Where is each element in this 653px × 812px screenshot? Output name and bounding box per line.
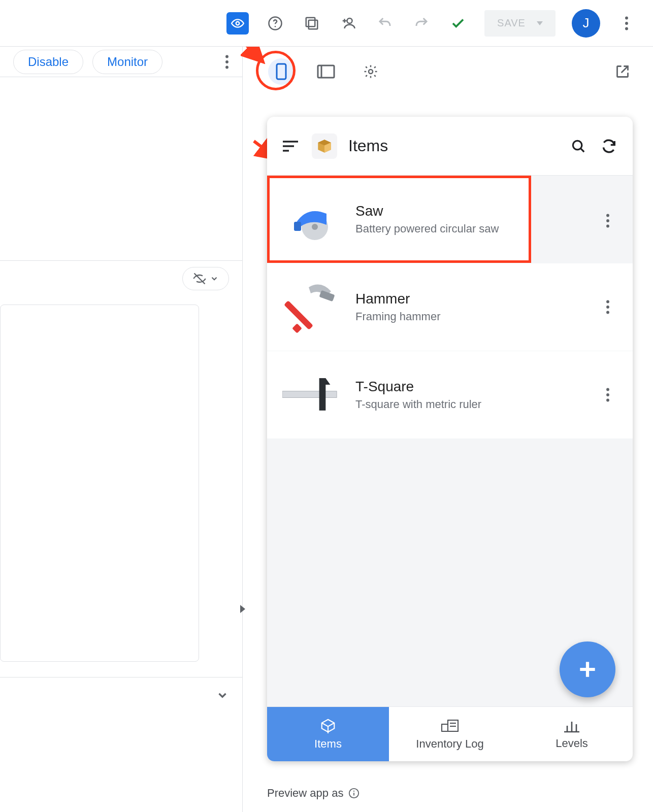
visibility-toggle-chip[interactable] [182, 267, 229, 290]
device-bottom-tabs: Items Inventory Log Levels [267, 706, 633, 761]
left-pane-collapse-row [0, 678, 242, 713]
svg-rect-42 [442, 724, 448, 731]
disable-chip[interactable]: Disable [13, 50, 83, 74]
item-more-button[interactable] [598, 385, 617, 404]
preview-pane: Items Saw Battery powered circular saw [243, 47, 653, 812]
tab-inventory-log[interactable]: Inventory Log [389, 707, 511, 761]
left-pane-chip-row: Disable Monitor [0, 47, 242, 77]
redo-button[interactable] [411, 13, 432, 33]
undo-button[interactable] [375, 13, 395, 33]
saved-check-button[interactable] [448, 13, 468, 33]
monitor-chip[interactable]: Monitor [92, 50, 162, 74]
item-more-button[interactable] [598, 297, 617, 317]
device-header: Items [267, 117, 633, 176]
svg-point-37 [606, 214, 609, 217]
list-item[interactable]: Hammer Framing hammer [267, 263, 633, 351]
svg-point-30 [606, 306, 609, 309]
left-pane: Disable Monitor [0, 47, 243, 812]
item-title: T-Square [355, 379, 585, 395]
item-more-button[interactable] [598, 211, 617, 230]
svg-point-39 [606, 225, 609, 228]
help-icon [268, 16, 283, 31]
refresh-button[interactable] [599, 137, 618, 156]
svg-point-6 [625, 16, 628, 19]
more-vert-icon [606, 300, 610, 314]
item-subtitle: Battery powered circular saw [355, 222, 516, 235]
svg-point-9 [225, 55, 228, 58]
left-pane-more-button[interactable] [217, 52, 237, 72]
more-vert-icon [225, 55, 229, 69]
sort-button[interactable] [281, 137, 301, 156]
tab-items[interactable]: Items [267, 707, 389, 761]
hammer-icon [284, 279, 340, 335]
svg-rect-32 [282, 391, 337, 398]
device-phone-button[interactable] [268, 58, 295, 85]
svg-rect-14 [318, 65, 334, 78]
check-icon [450, 16, 466, 31]
share-user-button[interactable] [338, 13, 358, 33]
device-tablet-button[interactable] [313, 58, 339, 85]
list-item[interactable]: T-Square T-square with metric ruler [267, 351, 633, 438]
version-history-button[interactable] [302, 13, 322, 33]
open-external-button[interactable] [609, 58, 636, 85]
preview-settings-button[interactable] [357, 58, 384, 85]
svg-point-2 [275, 26, 276, 27]
svg-rect-26 [292, 323, 302, 333]
svg-point-0 [236, 21, 240, 25]
items-list: Saw Battery powered circular saw Hammer … [267, 176, 633, 706]
info-icon[interactable] [348, 788, 360, 799]
smartphone-icon [275, 63, 288, 80]
svg-point-36 [606, 399, 609, 402]
svg-point-24 [312, 224, 318, 230]
item-title: Saw [355, 203, 516, 219]
package-icon [316, 138, 333, 155]
save-button[interactable]: SAVE [484, 10, 556, 37]
eye-icon [231, 17, 244, 30]
search-button[interactable] [569, 137, 588, 156]
account-avatar[interactable]: J [572, 9, 600, 38]
tab-label: Items [314, 737, 342, 751]
svg-point-31 [606, 311, 609, 314]
gear-icon [363, 64, 378, 79]
redo-icon [414, 16, 429, 31]
svg-rect-4 [309, 20, 318, 29]
item-image [282, 189, 342, 249]
avatar-initial: J [583, 15, 590, 31]
preview-as-label: Preview app as [267, 787, 360, 800]
chevron-down-icon[interactable] [216, 689, 229, 702]
preview-toolbar [243, 47, 653, 96]
svg-rect-3 [306, 17, 315, 26]
bar-chart-icon [563, 719, 580, 733]
help-button[interactable] [265, 13, 285, 33]
list-item[interactable]: Saw Battery powered circular saw [267, 176, 531, 263]
plus-icon [576, 658, 599, 681]
item-subtitle: Framing hammer [355, 310, 585, 323]
saw-icon [287, 196, 338, 242]
add-item-fab[interactable] [560, 641, 615, 697]
left-pane-card[interactable] [0, 304, 199, 662]
monitor-chip-label: Monitor [107, 55, 148, 69]
disable-chip-label: Disable [28, 55, 69, 69]
svg-point-38 [606, 219, 609, 222]
preview-mode-button[interactable] [226, 12, 249, 35]
more-menu-button[interactable] [616, 13, 637, 33]
svg-point-52 [353, 791, 354, 792]
chevron-down-icon [210, 274, 219, 283]
stack-icon [304, 16, 319, 31]
svg-point-11 [225, 65, 228, 69]
svg-point-16 [369, 70, 373, 74]
app-icon [312, 133, 337, 159]
item-title: Hammer [355, 291, 585, 307]
tab-levels[interactable]: Levels [511, 707, 633, 761]
tablet-icon [317, 64, 335, 79]
warehouse-icon [440, 718, 460, 733]
refresh-icon [601, 139, 616, 154]
item-subtitle: T-square with metric ruler [355, 398, 585, 411]
open-in-new-icon [615, 64, 630, 79]
svg-point-7 [625, 22, 628, 25]
search-icon [571, 139, 586, 154]
cube-icon [319, 718, 337, 733]
svg-point-34 [606, 388, 609, 391]
tsquare-icon [282, 375, 342, 415]
more-vert-icon [606, 388, 610, 402]
